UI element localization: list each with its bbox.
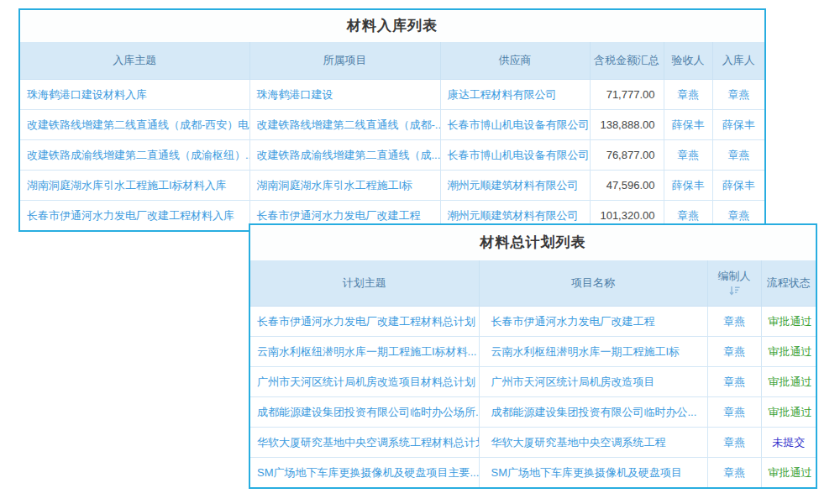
plan-compiler-link[interactable]: 章燕	[707, 428, 761, 458]
material-plan-table: 计划主题 项目名称 编制人	[250, 260, 816, 487]
plan-subject-link[interactable]: SM广场地下车库更换摄像机及硬盘项目主要...	[250, 458, 479, 488]
plan-compiler-link[interactable]: 章燕	[707, 367, 761, 397]
inbound-subject-link[interactable]: 改建铁路成渝线增建第二直通线（成渝枢纽）...	[20, 140, 249, 171]
inbound-inspector-link[interactable]: 章燕	[664, 80, 712, 110]
status-badge: 未提交	[772, 436, 805, 449]
inbound-amount: 47,596.00	[590, 171, 664, 201]
inbound-subject-link[interactable]: 珠海鹤港口建设材料入库	[20, 80, 249, 110]
sort-amount-icon[interactable]	[711, 286, 758, 297]
col-header-inbound-subject: 入库主题	[20, 42, 249, 80]
inbound-inspector-link[interactable]: 薛保丰	[664, 171, 712, 201]
inbound-subject-link[interactable]: 湖南洞庭湖水库引水工程施工I标材料入库	[20, 171, 249, 201]
col-header-flow-status: 流程状态	[761, 260, 816, 307]
plan-project-link[interactable]: 长春市伊通河水力发电厂改建工程	[479, 307, 707, 337]
inbound-supplier-link[interactable]: 康达工程材料有限公司	[440, 80, 590, 110]
status-cell: 未提交	[761, 428, 816, 458]
inbound-supplier-link[interactable]: 长春市博山机电设备有限公司	[440, 110, 590, 140]
inbound-receiver-link[interactable]: 薛保丰	[712, 110, 764, 140]
status-cell: 审批通过	[761, 458, 816, 488]
table-row: 长春市伊通河水力发电厂改建工程材料总计划 长春市伊通河水力发电厂改建工程 章燕 …	[250, 307, 816, 337]
plan-project-link[interactable]: 云南水利枢纽潜明水库一期工程施工I标	[479, 337, 707, 367]
status-badge: 审批通过	[769, 406, 812, 418]
inbound-receiver-link[interactable]: 薛保丰	[712, 171, 764, 201]
table-row: SM广场地下车库更换摄像机及硬盘项目主要... SM广场地下车库更换摄像机及硬盘…	[250, 458, 816, 488]
inbound-amount: 138,888.00	[590, 110, 664, 140]
status-badge: 审批通过	[769, 345, 812, 358]
table-row: 改建铁路线增建第二线直通线（成都-西安）电... 改建铁路线增建第二线直通线（成…	[20, 110, 764, 140]
status-badge: 审批通过	[769, 315, 812, 328]
col-header-compiler-label: 编制人	[718, 270, 751, 282]
status-cell: 审批通过	[761, 307, 816, 337]
plan-subject-link[interactable]: 广州市天河区统计局机房改造项目材料总计划	[250, 367, 479, 397]
plan-compiler-link[interactable]: 章燕	[707, 397, 761, 428]
col-header-plan-subject: 计划主题	[250, 260, 479, 307]
plan-compiler-link[interactable]: 章燕	[707, 307, 761, 337]
inbound-subject-link[interactable]: 长春市伊通河水力发电厂改建工程材料入库	[20, 201, 249, 231]
table-row: 改建铁路成渝线增建第二直通线（成渝枢纽）... 改建铁路成渝线增建第二直通线（成…	[20, 140, 764, 171]
plan-table-title: 材料总计划列表	[250, 225, 816, 260]
col-header-inbound-receiver: 入库人	[712, 42, 764, 80]
inbound-inspector-link[interactable]: 薛保丰	[664, 110, 712, 140]
col-header-inbound-project: 所属项目	[249, 42, 440, 80]
plan-subject-link[interactable]: 成都能源建设集团投资有限公司临时办公场所...	[250, 397, 479, 428]
status-cell: 审批通过	[761, 337, 816, 367]
table-row: 湖南洞庭湖水库引水工程施工I标材料入库 湖南洞庭湖水库引水工程施工I标 潮州元顺…	[20, 171, 764, 201]
status-badge: 审批通过	[769, 466, 812, 479]
status-cell: 审批通过	[761, 367, 816, 397]
plan-project-link[interactable]: 华软大厦研究基地中央空调系统工程	[479, 428, 707, 458]
plan-subject-link[interactable]: 华软大厦研究基地中央空调系统工程材料总计划	[250, 428, 479, 458]
plan-project-link[interactable]: 成都能源建设集团投资有限公司临时办公...	[479, 397, 707, 428]
table-row: 云南水利枢纽潜明水库一期工程施工I标材料... 云南水利枢纽潜明水库一期工程施工…	[250, 337, 816, 367]
plan-subject-link[interactable]: 云南水利枢纽潜明水库一期工程施工I标材料...	[250, 337, 479, 367]
status-badge: 审批通过	[769, 375, 812, 388]
inbound-header-row: 入库主题 所属项目 供应商 含税金额汇总 验收人 入库人	[20, 42, 764, 80]
status-cell: 审批通过	[761, 397, 816, 428]
inbound-amount: 71,777.00	[590, 80, 664, 110]
plan-project-link[interactable]: 广州市天河区统计局机房改造项目	[479, 367, 707, 397]
plan-subject-link[interactable]: 长春市伊通河水力发电厂改建工程材料总计划	[250, 307, 479, 337]
inbound-table-title: 材料入库列表	[20, 10, 764, 42]
material-inbound-panel: 材料入库列表 入库主题 所属项目 供应商 含税金额汇总 验收人 入库人 珠海鹤港…	[18, 8, 766, 232]
col-header-plan-project: 项目名称	[479, 260, 707, 307]
col-header-compiler[interactable]: 编制人	[707, 260, 761, 307]
material-inbound-table: 入库主题 所属项目 供应商 含税金额汇总 验收人 入库人 珠海鹤港口建设材料入库…	[20, 42, 764, 230]
table-row: 华软大厦研究基地中央空调系统工程材料总计划 华软大厦研究基地中央空调系统工程 章…	[250, 428, 816, 458]
inbound-subject-link[interactable]: 改建铁路线增建第二线直通线（成都-西安）电...	[20, 110, 249, 140]
inbound-amount: 76,877.00	[590, 140, 664, 171]
table-row: 成都能源建设集团投资有限公司临时办公场所... 成都能源建设集团投资有限公司临时…	[250, 397, 816, 428]
col-header-inbound-amount: 含税金额汇总	[590, 42, 664, 80]
plan-project-link[interactable]: SM广场地下车库更换摄像机及硬盘项目	[479, 458, 707, 488]
inbound-receiver-link[interactable]: 章燕	[712, 80, 764, 110]
inbound-supplier-link[interactable]: 潮州元顺建筑材料有限公司	[440, 171, 590, 201]
inbound-project-link[interactable]: 珠海鹤港口建设	[249, 80, 440, 110]
inbound-receiver-link[interactable]: 章燕	[712, 140, 764, 171]
table-row: 广州市天河区统计局机房改造项目材料总计划 广州市天河区统计局机房改造项目 章燕 …	[250, 367, 816, 397]
inbound-supplier-link[interactable]: 长春市博山机电设备有限公司	[440, 140, 590, 171]
col-header-inbound-supplier: 供应商	[440, 42, 590, 80]
inbound-project-link[interactable]: 湖南洞庭湖水库引水工程施工I标	[249, 171, 440, 201]
table-row: 珠海鹤港口建设材料入库 珠海鹤港口建设 康达工程材料有限公司 71,777.00…	[20, 80, 764, 110]
inbound-inspector-link[interactable]: 章燕	[664, 140, 712, 171]
col-header-inbound-inspector: 验收人	[664, 42, 712, 80]
plan-header-row: 计划主题 项目名称 编制人	[250, 260, 816, 307]
inbound-project-link[interactable]: 改建铁路线增建第二线直通线（成都-...	[249, 110, 440, 140]
inbound-project-link[interactable]: 改建铁路成渝线增建第二直通线（成...	[249, 140, 440, 171]
plan-compiler-link[interactable]: 章燕	[707, 337, 761, 367]
plan-compiler-link[interactable]: 章燕	[707, 458, 761, 488]
material-plan-panel: 材料总计划列表 计划主题 项目名称 编制人	[249, 223, 817, 489]
